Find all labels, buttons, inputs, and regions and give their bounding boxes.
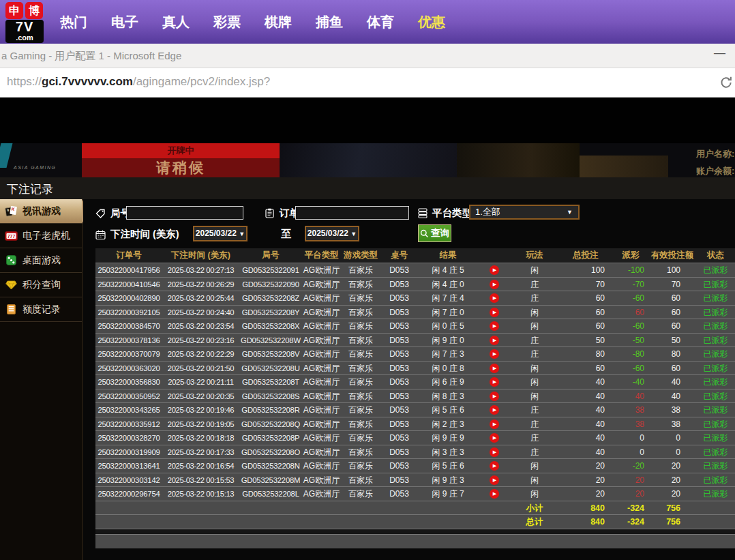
sidebar-item[interactable]: 桌面游戏 [0, 248, 82, 273]
total-bet-cell: 60 [558, 319, 613, 334]
nav-item[interactable]: 捕鱼 [316, 13, 343, 31]
nav-item[interactable]: 热门 [60, 13, 87, 31]
round-number-cell: GD0532532208O [239, 445, 302, 460]
minimize-icon[interactable]: — [714, 46, 725, 60]
total-bet-cell: 60 [558, 306, 613, 320]
sidebar-item[interactable]: 积分查询 [0, 273, 82, 297]
replay-play-icon[interactable]: ▶ [490, 461, 499, 471]
round-input[interactable] [126, 206, 243, 220]
play-type-cell: 庄 [511, 445, 558, 460]
nav-item[interactable]: 优惠 [418, 13, 445, 31]
replay-play-icon[interactable]: ▶ [490, 419, 499, 429]
play-type-cell: 闲 [511, 375, 558, 389]
replay-play-icon[interactable]: ▶ [490, 447, 499, 457]
url-text[interactable]: https://gci.7vvvvvv.com/agingame/pcv2/in… [7, 75, 270, 89]
round-label: 局号 [94, 207, 130, 220]
column-header: 局号 [239, 248, 302, 263]
payout-cell: 60 [613, 306, 648, 320]
black-strip [0, 98, 735, 143]
url-path: /agingame/pcv2/index.jsp? [133, 75, 270, 88]
play-type-cell: 闲 [511, 459, 558, 473]
sidebar-item[interactable]: 777电子老虎机 [0, 224, 82, 248]
valid-bet-cell: 40 [648, 389, 696, 404]
bet-time-cell: 2025-03-22 00:16:54 [162, 459, 239, 473]
order-number-cell: 250322000356830 [95, 375, 162, 389]
payout-cell: 40 [613, 389, 648, 404]
replay-play-icon[interactable]: ▶ [490, 433, 499, 443]
refresh-icon[interactable] [719, 76, 733, 89]
replay-play-icon[interactable]: ▶ [490, 336, 499, 345]
order-input[interactable] [295, 206, 409, 220]
nav-item[interactable]: 真人 [162, 13, 190, 31]
platform-select[interactable]: 1.全部 ▼ [469, 205, 580, 220]
total-bet-cell: 40 [558, 417, 613, 432]
game-type-cell: 百家乐 [341, 291, 380, 306]
platform-cell: AG欧洲厅 [302, 403, 341, 417]
column-header: 状态 [696, 248, 735, 263]
play-type-cell: 闲 [511, 319, 558, 334]
bet-time-label: 下注时间 (美东) [94, 228, 179, 241]
date-from-select[interactable]: 2025/03/22 ▼ [193, 226, 247, 241]
nav-item[interactable]: 棋牌 [265, 13, 292, 31]
result-cell: 闲 7 庄 4 [418, 291, 478, 306]
payout-cell: -70 [613, 278, 648, 292]
table-status-card[interactable]: 开牌中 请稍候 [82, 143, 280, 177]
round-number-cell: GD0532532208U [239, 362, 302, 376]
payout-cell: 0 [613, 445, 648, 460]
sidebar-item-label: 桌面游戏 [22, 254, 61, 267]
table-row: 2503220003136412025-03-22 00:16:54GD0532… [95, 458, 735, 473]
replay-play-icon[interactable]: ▶ [490, 392, 499, 401]
table-number-cell: D053 [380, 347, 418, 362]
order-number-cell: 250322000313641 [95, 459, 162, 473]
replay-play-icon[interactable]: ▶ [490, 405, 499, 415]
nav-item[interactable]: 体育 [367, 13, 394, 31]
play-type-cell: 庄 [511, 291, 558, 306]
result-cell: 闲 6 庄 9 [418, 375, 478, 389]
result-cell: 闲 2 庄 3 [418, 417, 478, 432]
play-type-cell: 闲 [511, 306, 558, 320]
table-row: 2503220003568302025-03-22 00:21:11GD0532… [95, 374, 735, 389]
replay-cell: ▶ [478, 375, 511, 389]
play-type-cell: 闲 [511, 389, 558, 404]
replay-play-icon[interactable]: ▶ [490, 475, 499, 485]
replay-cell: ▶ [478, 473, 511, 488]
replay-play-icon[interactable]: ▶ [490, 308, 499, 317]
subtotal-label: 小计 [511, 501, 558, 516]
round-number-cell: GD0532532208Q [239, 417, 302, 432]
platform-label: 平台类型 [416, 207, 472, 220]
order-number-cell: 250322000350952 [95, 389, 162, 404]
payout-cell: -60 [613, 362, 648, 376]
replay-play-icon[interactable]: ▶ [490, 321, 499, 331]
table-number-cell: D053 [380, 263, 418, 278]
sidebar-item[interactable]: 额度记录 [0, 297, 82, 322]
order-number-cell: 250322000378136 [95, 334, 162, 348]
order-number-cell: 250322000363020 [95, 362, 162, 376]
svg-text:777: 777 [7, 233, 16, 238]
replay-play-icon[interactable]: ▶ [490, 377, 499, 387]
result-cell: 闲 4 庄 0 [418, 278, 478, 292]
column-header: 派彩 [613, 248, 648, 263]
nav-item[interactable]: 彩票 [213, 13, 241, 31]
url-bar[interactable]: https://gci.7vvvvvv.com/agingame/pcv2/in… [0, 68, 735, 98]
platform-cell: AG欧洲厅 [302, 375, 341, 389]
platform-select-value: 1.全部 [475, 207, 500, 217]
replay-play-icon[interactable]: ▶ [490, 293, 499, 303]
table-gap [95, 529, 735, 534]
table-number-cell: D053 [380, 417, 418, 432]
valid-bet-cell: 0 [648, 431, 696, 445]
replay-play-icon[interactable]: ▶ [490, 364, 499, 373]
replay-play-icon[interactable]: ▶ [490, 265, 499, 275]
date-to-select[interactable]: 2025/03/22 ▼ [305, 226, 359, 241]
total-bet-cell: 20 [558, 487, 613, 501]
result-cell: 闲 9 庄 7 [418, 487, 478, 501]
replay-play-icon[interactable]: ▶ [490, 349, 499, 359]
payout-cell: 0 [613, 431, 648, 445]
replay-play-icon[interactable]: ▶ [490, 489, 499, 499]
site-logo[interactable]: 申 博 7V .com [5, 2, 44, 43]
sidebar-item-label: 电子老虎机 [22, 230, 70, 242]
nav-item[interactable]: 电子 [111, 13, 138, 31]
sidebar-item[interactable]: 9K视讯游戏 [0, 199, 82, 224]
result-cell: 闲 3 庄 3 [418, 445, 478, 460]
query-button[interactable]: 查询 [418, 224, 451, 242]
replay-play-icon[interactable]: ▶ [490, 280, 499, 289]
